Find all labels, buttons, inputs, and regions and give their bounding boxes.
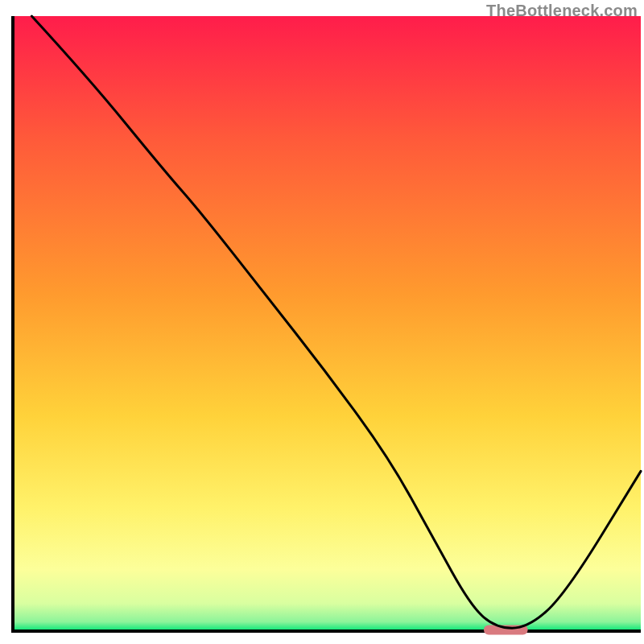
- chart-container: TheBottleneck.com: [0, 0, 644, 644]
- bottleneck-chart: [0, 0, 644, 644]
- gradient-background: [13, 16, 641, 631]
- watermark-text: TheBottleneck.com: [486, 2, 638, 20]
